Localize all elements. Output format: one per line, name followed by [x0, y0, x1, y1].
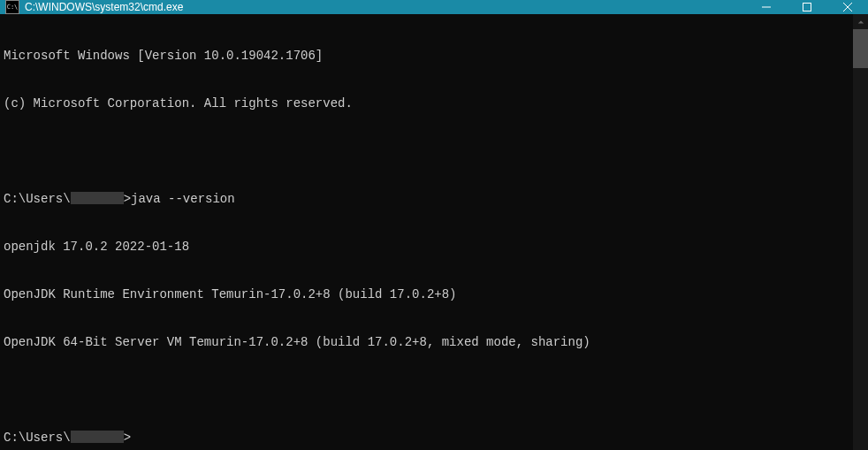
banner-line: Microsoft Windows [Version 10.0.19042.17… — [4, 48, 849, 64]
scrollbar-track[interactable] — [853, 29, 868, 450]
prompt-prefix: C:\Users\ — [4, 431, 71, 445]
command-text: java --version — [131, 192, 235, 206]
output-line: openjdk 17.0.2 2022-01-18 — [4, 239, 849, 255]
output-line: OpenJDK 64-Bit Server VM Temurin-17.0.2+… — [4, 334, 849, 350]
window-controls — [746, 0, 868, 14]
minimize-icon — [762, 3, 771, 11]
redacted-username — [71, 431, 124, 443]
maximize-icon — [803, 3, 811, 11]
close-icon — [843, 3, 852, 11]
terminal-output[interactable]: Microsoft Windows [Version 10.0.19042.17… — [0, 14, 853, 450]
prompt-separator: > — [124, 431, 131, 445]
prompt-separator: > — [124, 192, 131, 206]
terminal-wrapper: Microsoft Windows [Version 10.0.19042.17… — [0, 14, 868, 450]
prompt-line: C:\Users\>java --version — [4, 191, 849, 207]
window-title: C:\WINDOWS\system32\cmd.exe — [25, 1, 746, 13]
close-button[interactable] — [827, 0, 868, 14]
scrollbar-thumb[interactable] — [853, 29, 868, 68]
titlebar[interactable]: C:\ C:\WINDOWS\system32\cmd.exe — [0, 0, 868, 14]
cmd-window: C:\ C:\WINDOWS\system32\cmd.exe Microsof… — [0, 0, 868, 450]
vertical-scrollbar[interactable] — [853, 14, 868, 450]
prompt-prefix: C:\Users\ — [4, 192, 71, 206]
minimize-button[interactable] — [746, 0, 787, 14]
svg-rect-1 — [803, 4, 811, 11]
output-line: OpenJDK Runtime Environment Temurin-17.0… — [4, 286, 849, 302]
redacted-username — [71, 192, 124, 204]
chevron-up-icon — [857, 19, 864, 26]
banner-line: (c) Microsoft Corporation. All rights re… — [4, 95, 849, 111]
scrollbar-up-button[interactable] — [853, 14, 868, 29]
maximize-button[interactable] — [787, 0, 827, 14]
prompt-line: C:\Users\> — [4, 430, 849, 446]
cmd-icon: C:\ — [5, 0, 19, 14]
blank-line — [4, 382, 849, 398]
blank-line — [4, 143, 849, 159]
